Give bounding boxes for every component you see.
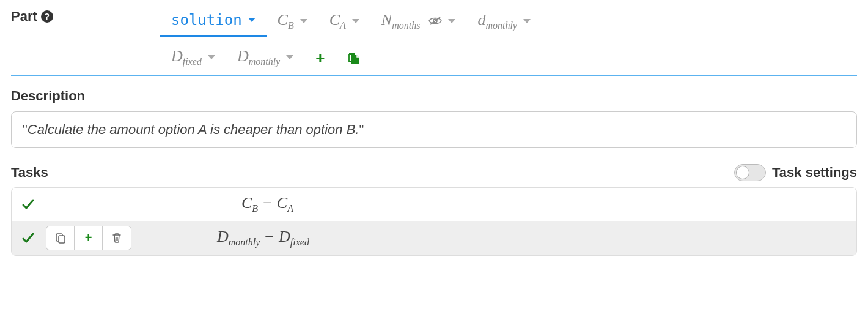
tasks-list: CB−CA +: [11, 187, 857, 256]
tab-math-label: Dfixed: [171, 47, 202, 67]
tab-d-monthly-upper[interactable]: Dmonthly: [226, 43, 304, 73]
tab-d-monthly-lower[interactable]: dmonthly: [466, 7, 542, 37]
trash-icon: [111, 233, 122, 244]
check-icon: [21, 231, 46, 245]
add-tab-button[interactable]: +: [304, 45, 336, 72]
task-expression: Dmonthly−Dfixed: [217, 228, 309, 245]
tab-math-label: CA: [329, 11, 346, 31]
chevron-down-icon: [286, 55, 293, 59]
tab-c-b[interactable]: CB: [267, 7, 318, 37]
part-label-text: Part: [11, 9, 37, 24]
description-field[interactable]: "Calculate the amount option A is cheape…: [11, 111, 857, 148]
description-text: Calculate the amount option A is cheaper…: [28, 122, 359, 137]
tab-math-label: Dmonthly: [237, 47, 280, 67]
quote-close: ": [359, 122, 364, 137]
tab-c-a[interactable]: CA: [318, 7, 370, 37]
chevron-down-icon: [352, 19, 359, 23]
add-task-button[interactable]: +: [75, 226, 103, 250]
delete-task-button[interactable]: [103, 226, 131, 250]
tab-math-label: dmonthly: [477, 11, 517, 31]
tab-d-fixed[interactable]: Dfixed: [160, 43, 226, 73]
tab-math-label: Nmonths: [381, 11, 421, 31]
task-settings-group: Task settings: [734, 164, 857, 181]
tab-row-2: Dfixed Dmonthly +: [158, 43, 857, 73]
task-actions: +: [46, 226, 131, 250]
chevron-down-icon: [448, 19, 455, 23]
chevron-down-icon: [208, 55, 215, 59]
tab-solution[interactable]: solution: [160, 8, 267, 37]
copy-icon: [55, 233, 66, 244]
description-heading: Description: [11, 88, 857, 104]
plus-icon: +: [85, 231, 92, 245]
help-icon[interactable]: ?: [41, 10, 53, 23]
chevron-down-icon: [248, 18, 256, 22]
copy-file-icon: [347, 51, 361, 65]
check-icon: [21, 198, 46, 211]
chevron-down-icon: [300, 19, 307, 23]
tab-math-label: CB: [278, 11, 294, 31]
plus-icon: +: [315, 49, 325, 68]
tab-label: solution: [171, 12, 242, 29]
task-row[interactable]: CB−CA: [12, 188, 856, 221]
tab-row-1: solution CB CA Nmonths: [158, 7, 857, 37]
task-expression: CB−CA: [241, 194, 293, 212]
toggle-knob: [736, 166, 749, 179]
tasks-heading: Tasks: [11, 165, 48, 181]
tab-n-months[interactable]: Nmonths: [370, 7, 467, 37]
header-divider: [11, 75, 857, 76]
task-settings-label: Task settings: [772, 165, 857, 181]
quote-open: ": [23, 122, 28, 137]
task-settings-toggle[interactable]: [734, 164, 766, 181]
chevron-down-icon: [523, 19, 531, 23]
duplicate-tab-button[interactable]: [336, 47, 372, 69]
task-row[interactable]: + Dmonthly−Dfixed: [12, 221, 856, 255]
duplicate-task-button[interactable]: [46, 226, 75, 250]
svg-rect-3: [59, 236, 65, 243]
eye-slash-icon: [428, 16, 442, 26]
part-label: Part ?: [11, 7, 158, 24]
